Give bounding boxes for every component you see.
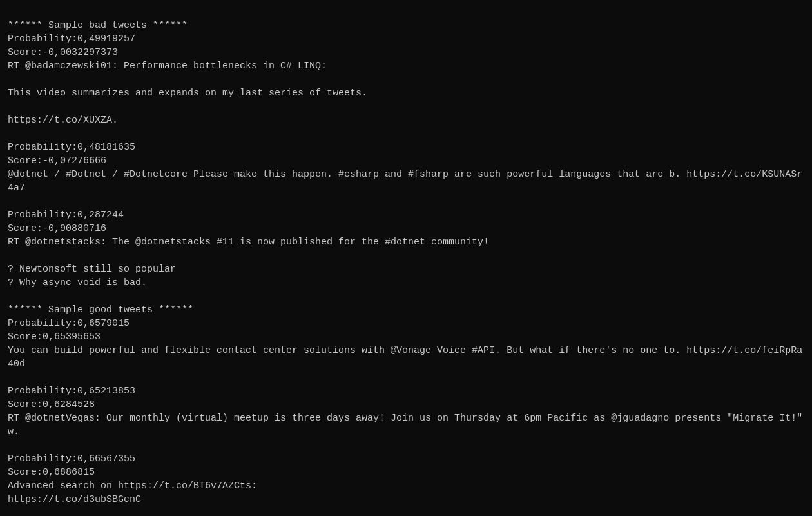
terminal-line: You can build powerful and flexible cont… (8, 344, 804, 371)
terminal-output: ****** Sample bad tweets ******Probabili… (8, 5, 804, 516)
terminal-line: Probability:0,65213853 (8, 384, 804, 398)
terminal-line: https://t.co/XUXZA. (8, 114, 804, 127)
terminal-line: RT @dotnetstacks: The @dotnetstacks #11 … (8, 235, 804, 249)
terminal-line (8, 249, 804, 263)
terminal-line: Advanced search on https://t.co/BT6v7AZC… (8, 479, 804, 493)
terminal-line: Probability:0,6579015 (8, 317, 804, 330)
terminal-line: Score:-0,90880716 (8, 222, 804, 235)
terminal-line: ****** Sample bad tweets ****** (8, 19, 804, 32)
terminal-line (8, 439, 804, 452)
terminal-line (8, 506, 804, 516)
terminal-line: Score:-0,0032297373 (8, 46, 804, 59)
terminal-line: @dotnet / #Dotnet / #Dotnetcore Please m… (8, 168, 804, 195)
terminal-line (8, 195, 804, 208)
terminal-line: https://t.co/d3ubSBGcnC (8, 493, 804, 506)
terminal-line: Probability:0,48181635 (8, 141, 804, 154)
terminal-line (8, 127, 804, 141)
terminal-line: ****** Sample good tweets ****** (8, 303, 804, 317)
terminal-line: This video summarizes and expands on my … (8, 86, 804, 100)
terminal-line: Score:0,6284528 (8, 398, 804, 412)
terminal-line (8, 371, 804, 384)
terminal-line (8, 290, 804, 303)
terminal-line: ? Why async void is bad. (8, 276, 804, 290)
terminal-line: ? Newtonsoft still so popular (8, 263, 804, 276)
terminal-line: RT @dotnetVegas: Our monthly (virtual) m… (8, 412, 804, 439)
terminal-line (8, 73, 804, 86)
terminal-line: Probability:0,287244 (8, 208, 804, 222)
terminal-line: RT @badamczewski01: Performance bottlene… (8, 59, 804, 73)
terminal-line: Probability:0,49919257 (8, 32, 804, 46)
terminal-line: Probability:0,66567355 (8, 452, 804, 466)
terminal-line: Score:-0,07276666 (8, 154, 804, 168)
terminal-line (8, 100, 804, 114)
terminal-line: Score:0,6886815 (8, 466, 804, 479)
terminal-line: Score:0,65395653 (8, 330, 804, 344)
